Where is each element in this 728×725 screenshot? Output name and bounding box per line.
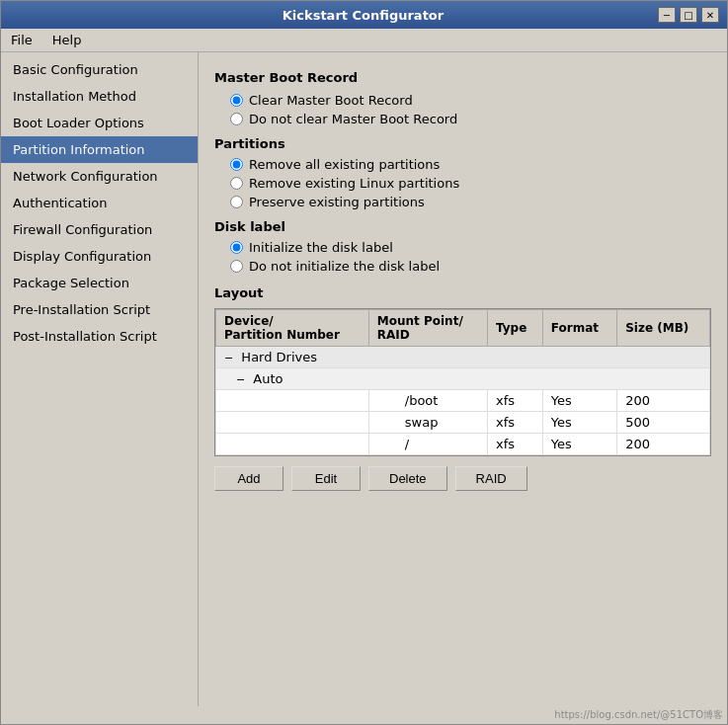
row2-type: xfs [487, 412, 542, 434]
auto-cell: − Auto [216, 368, 710, 390]
mbr-option1-radio[interactable] [230, 94, 243, 107]
row3-format: Yes [542, 434, 616, 455]
disklabel-section-title: Disk label [214, 219, 711, 234]
disk-option1-row: Initialize the disk label [230, 240, 711, 255]
row2-device [216, 412, 369, 434]
row2-size: 500 [617, 412, 710, 434]
mbr-option2-radio[interactable] [230, 113, 243, 125]
table-header-row: Device/Partition Number Mount Point/RAID… [216, 310, 710, 347]
mbr-option2-label: Do not clear Master Boot Record [249, 112, 457, 126]
hard-drives-label: Hard Drives [241, 350, 317, 364]
layout-table-wrapper: Device/Partition Number Mount Point/RAID… [214, 308, 711, 456]
partitions-section-title: Partitions [214, 136, 711, 151]
row2-format: Yes [542, 412, 616, 434]
part-option2-label: Remove existing Linux partitions [249, 176, 459, 191]
sidebar-item-authentication[interactable]: Authentication [1, 190, 198, 216]
row3-device [216, 434, 369, 455]
raid-button[interactable]: RAID [455, 466, 527, 491]
title-bar: Kickstart Configurator − □ ✕ [1, 1, 727, 29]
auto-expand-icon: − [236, 373, 245, 386]
menu-bar: File Help [1, 29, 727, 52]
close-button[interactable]: ✕ [701, 7, 719, 23]
col-format: Format [542, 310, 616, 347]
sidebar-item-pre-install[interactable]: Pre-Installation Script [1, 296, 198, 323]
watermark: https://blog.csdn.net/@51CTO博客 [1, 706, 727, 724]
window-controls: − □ ✕ [658, 7, 719, 23]
part-option1-row: Remove all existing partitions [230, 157, 711, 172]
sidebar-item-firewall-config[interactable]: Firewall Configuration [1, 216, 198, 243]
content-area: Master Boot Record Clear Master Boot Rec… [199, 52, 727, 706]
part-option2-row: Remove existing Linux partitions [230, 176, 711, 191]
mbr-section-title: Master Boot Record [214, 70, 711, 85]
mbr-radio-group: Clear Master Boot Record Do not clear Ma… [230, 93, 711, 126]
mbr-option1-row: Clear Master Boot Record [230, 93, 711, 108]
table-row[interactable]: swap xfs Yes 500 [216, 412, 710, 434]
table-row[interactable]: /boot xfs Yes 200 [216, 390, 710, 412]
part-option3-radio[interactable] [230, 196, 243, 208]
sidebar-item-partition-info[interactable]: Partition Information [1, 136, 198, 163]
window-title: Kickstart Configurator [68, 8, 658, 23]
sidebar-item-package-selection[interactable]: Package Selection [1, 270, 198, 296]
menu-help[interactable]: Help [46, 31, 88, 49]
row3-mount: / [368, 434, 487, 455]
partitions-radio-group: Remove all existing partitions Remove ex… [230, 157, 711, 209]
sidebar-item-boot-loader[interactable]: Boot Loader Options [1, 110, 198, 136]
sidebar-item-network-config[interactable]: Network Configuration [1, 163, 198, 190]
row3-type: xfs [487, 434, 542, 455]
main-content: Basic Configuration Installation Method … [1, 52, 727, 706]
mbr-option1-label: Clear Master Boot Record [249, 93, 413, 108]
auto-label: Auto [253, 371, 283, 386]
col-size: Size (MB) [617, 310, 710, 347]
part-option1-radio[interactable] [230, 158, 243, 171]
delete-button[interactable]: Delete [368, 466, 447, 491]
mbr-option2-row: Do not clear Master Boot Record [230, 112, 711, 126]
table-row[interactable]: / xfs Yes 200 [216, 434, 710, 455]
button-row: Add Edit Delete RAID [214, 466, 711, 491]
disk-option2-row: Do not initialize the disk label [230, 259, 711, 274]
row1-device [216, 390, 369, 412]
layout-table: Device/Partition Number Mount Point/RAID… [215, 309, 710, 455]
col-mount: Mount Point/RAID [368, 310, 487, 347]
part-option2-radio[interactable] [230, 177, 243, 190]
hard-drives-row[interactable]: − Hard Drives [216, 347, 710, 368]
maximize-button[interactable]: □ [680, 7, 697, 23]
disk-option1-radio[interactable] [230, 241, 243, 254]
part-option3-row: Preserve existing partitions [230, 195, 711, 209]
disk-option1-label: Initialize the disk label [249, 240, 393, 255]
sidebar-item-post-install[interactable]: Post-Installation Script [1, 323, 198, 350]
sidebar-item-display-config[interactable]: Display Configuration [1, 243, 198, 270]
sidebar-item-basic-config[interactable]: Basic Configuration [1, 56, 198, 83]
row1-size: 200 [617, 390, 710, 412]
sidebar-item-installation-method[interactable]: Installation Method [1, 83, 198, 110]
menu-file[interactable]: File [5, 31, 39, 49]
expand-icon: − [224, 352, 233, 364]
row2-mount: swap [368, 412, 487, 434]
hard-drives-cell: − Hard Drives [216, 347, 710, 368]
disk-option2-radio[interactable] [230, 260, 243, 273]
minimize-button[interactable]: − [658, 7, 676, 23]
auto-row[interactable]: − Auto [216, 368, 710, 390]
layout-section-title: Layout [214, 285, 711, 300]
layout-section: Layout Device/Partition Number Mount Poi… [214, 285, 711, 491]
col-device: Device/Partition Number [216, 310, 369, 347]
disk-option2-label: Do not initialize the disk label [249, 259, 440, 274]
row1-format: Yes [542, 390, 616, 412]
row1-mount: /boot [368, 390, 487, 412]
add-button[interactable]: Add [214, 466, 283, 491]
part-option3-label: Preserve existing partitions [249, 195, 425, 209]
sidebar: Basic Configuration Installation Method … [1, 52, 199, 706]
part-option1-label: Remove all existing partitions [249, 157, 440, 172]
row3-size: 200 [617, 434, 710, 455]
main-window: Kickstart Configurator − □ ✕ File Help B… [0, 0, 728, 725]
disklabel-radio-group: Initialize the disk label Do not initial… [230, 240, 711, 274]
row1-type: xfs [487, 390, 542, 412]
col-type: Type [487, 310, 542, 347]
edit-button[interactable]: Edit [291, 466, 361, 491]
